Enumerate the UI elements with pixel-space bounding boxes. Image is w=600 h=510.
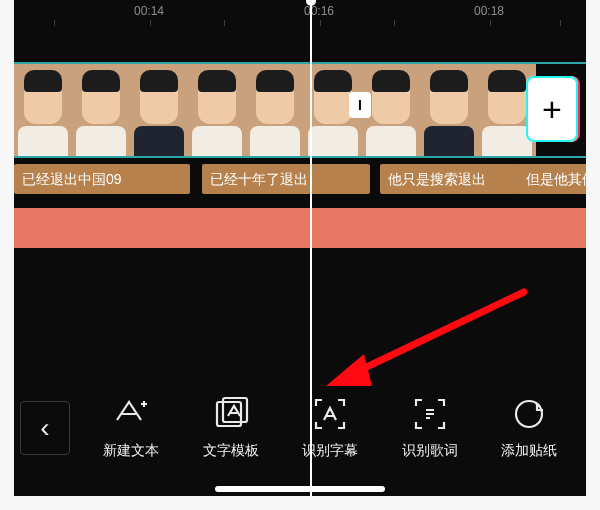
playhead[interactable] bbox=[310, 0, 312, 496]
recognize-lyrics-button[interactable]: 识别歌词 bbox=[385, 396, 475, 460]
time-ruler[interactable]: 00:14 00:16 00:18 bbox=[14, 0, 586, 26]
plus-icon: + bbox=[542, 92, 562, 126]
text-template-button[interactable]: 文字模板 bbox=[186, 396, 276, 460]
new-text-button[interactable]: 新建文本 bbox=[86, 396, 176, 460]
back-button[interactable]: ‹ bbox=[20, 401, 70, 455]
home-indicator[interactable] bbox=[215, 486, 385, 492]
subtitle-clip[interactable]: 他只是搜索退出 bbox=[380, 164, 520, 194]
ruler-tick: 00:18 bbox=[474, 4, 504, 18]
svg-marker-1 bbox=[326, 354, 372, 386]
ruler-tick: 00:16 bbox=[304, 4, 334, 18]
chevron-left-icon: ‹ bbox=[40, 414, 49, 442]
ruler-tick: 00:14 bbox=[134, 4, 164, 18]
template-icon bbox=[213, 396, 249, 432]
video-clip-track[interactable] bbox=[14, 64, 586, 156]
editor-screen: 00:14 00:16 00:18 I + 已经退出中国09 已经十年了退出 他… bbox=[14, 0, 586, 496]
subtitle-track[interactable]: 已经退出中国09 已经十年了退出 他只是搜索退出 但是他其他 bbox=[14, 164, 586, 194]
svg-line-0 bbox=[352, 292, 524, 374]
clip-handle[interactable]: I bbox=[349, 92, 371, 118]
audio-track[interactable] bbox=[14, 208, 586, 248]
add-clip-button[interactable]: + bbox=[526, 76, 578, 142]
subtitle-clip[interactable]: 已经退出中国09 bbox=[14, 164, 190, 194]
text-plus-icon bbox=[113, 396, 149, 432]
recognize-subtitle-button[interactable]: 识别字幕 bbox=[285, 396, 375, 460]
phone-frame: 00:14 00:16 00:18 I + 已经退出中国09 已经十年了退出 他… bbox=[0, 0, 600, 510]
clip-border-bottom bbox=[14, 156, 586, 158]
annotation-arrow bbox=[294, 282, 554, 402]
subtitle-clip[interactable]: 但是他其他 bbox=[518, 164, 586, 194]
subtitle-clip[interactable]: 已经十年了退出 bbox=[202, 164, 370, 194]
add-sticker-button[interactable]: 添加贴纸 bbox=[484, 396, 574, 460]
